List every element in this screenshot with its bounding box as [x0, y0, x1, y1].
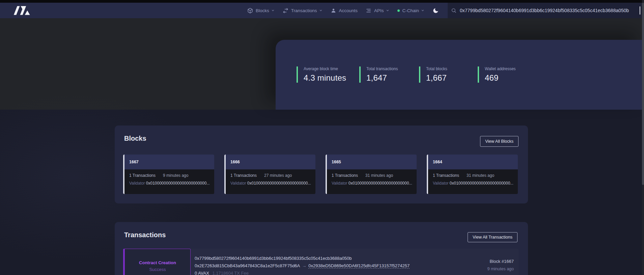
block-cards-row: 1667 1 Transactions 9 minutes ago Valida… — [123, 155, 518, 194]
nav-label-transactions: Transactions — [291, 8, 317, 13]
nav-menu: Blocks Transactions Accounts APIs C — [247, 3, 439, 18]
arrow-right-icon: → — [300, 263, 308, 268]
transaction-hash-link[interactable]: 0x7799bd580272f9604140b6991d3bb6c19924bf… — [195, 256, 352, 261]
block-card-body: 1 Transactions 27 minutes ago Validator … — [226, 169, 315, 194]
stats-row: Average block time 4.3 minutes Total tra… — [276, 40, 644, 83]
validator-label: Validator — [332, 181, 347, 186]
nav-item-accounts[interactable]: Accounts — [331, 8, 358, 13]
stat-average-block-time: Average block time 4.3 minutes — [297, 66, 349, 83]
chevron-down-icon — [421, 9, 424, 12]
transaction-addresses: 0x2E7263d815CbB43a9647843C8a1e2F5c87F75d… — [195, 263, 431, 268]
transactions-section: Transactions View All Transactions Contr… — [115, 222, 528, 275]
validator-label: Validator — [230, 181, 246, 186]
stat-value: 4.3 minutes — [304, 73, 349, 83]
stat-label: Total blocks — [426, 66, 468, 71]
top-edge-strip — [0, 0, 644, 3]
stat-label: Average block time — [304, 66, 349, 71]
scrollbar-track[interactable] — [642, 0, 644, 275]
chevron-down-icon — [271, 9, 275, 12]
chevron-down-icon — [319, 9, 323, 12]
block-age: 9 minutes ago — [163, 173, 188, 178]
stat-total-blocks: Total blocks 1,667 — [419, 66, 468, 83]
block-age: 31 minutes ago — [467, 173, 494, 178]
avalanche-logo[interactable] — [12, 5, 33, 16]
nav-label-apis: APIs — [374, 8, 384, 13]
transaction-fee: 1.1718604 TX Fee — [213, 271, 249, 275]
nav-item-apis[interactable]: APIs — [366, 8, 389, 13]
block-card[interactable]: 1666 1 Transactions 27 minutes ago Valid… — [224, 155, 315, 194]
block-number[interactable]: 1666 — [230, 160, 240, 164]
validator-address[interactable]: 0x0100000000000000000000000... — [450, 181, 513, 186]
transaction-block-link[interactable]: Block #1667 — [489, 259, 514, 264]
nav-label-accounts: Accounts — [339, 8, 358, 13]
nav-item-transactions[interactable]: Transactions — [283, 8, 323, 13]
block-age: 27 minutes ago — [264, 173, 292, 178]
block-age: 31 minutes ago — [365, 173, 393, 178]
scrollbar-thumb[interactable] — [642, 3, 644, 185]
block-card[interactable]: 1664 1 Transactions 31 minutes ago Valid… — [427, 155, 518, 194]
moon-icon — [432, 7, 439, 14]
search-input[interactable] — [460, 3, 644, 18]
transaction-type: Contract Creation — [125, 260, 190, 265]
block-card-header: 1666 — [226, 155, 315, 169]
block-tx-count: 1 Transactions — [230, 173, 257, 178]
transaction-value-line: 0 AVAX 1.1718604 TX Fee — [195, 271, 249, 275]
validator-address[interactable]: 0x0100000000000000000000000... — [247, 181, 311, 186]
block-tx-count: 1 Transactions — [129, 173, 156, 178]
stat-total-transactions: Total transactions 1,647 — [359, 66, 409, 83]
nav-label-c-chain: C-Chain — [402, 8, 419, 13]
view-all-blocks-button[interactable]: View All Blocks — [480, 136, 519, 147]
block-card-body: 1 Transactions 9 minutes ago Validator 0… — [124, 169, 214, 194]
transactions-section-title: Transactions — [124, 231, 166, 239]
block-tx-count: 1 Transactions — [433, 173, 459, 178]
to-address-link[interactable]: 0x2938eD5D869e50DA6f125dfc45F13157f52742… — [308, 263, 410, 269]
transaction-row: Contract Creation Success 0x7799bd580272… — [123, 249, 519, 275]
search-box — [448, 3, 644, 18]
stats-panel: Average block time 4.3 minutes Total tra… — [276, 40, 644, 110]
theme-toggle-button[interactable] — [432, 7, 439, 14]
stat-value: 1,667 — [426, 73, 468, 83]
blocks-section-title: Blocks — [124, 135, 146, 142]
block-card-header: 1664 — [428, 155, 518, 169]
block-tx-count: 1 Transactions — [332, 173, 358, 178]
cube-icon — [247, 8, 253, 13]
validator-label: Validator — [433, 181, 448, 186]
avalanche-logo-icon — [12, 5, 33, 16]
transaction-status-box[interactable]: Contract Creation Success — [123, 249, 191, 275]
block-card[interactable]: 1667 1 Transactions 9 minutes ago Valida… — [123, 155, 214, 194]
person-icon — [331, 8, 336, 13]
block-card[interactable]: 1665 1 Transactions 31 minutes ago Valid… — [326, 155, 417, 194]
chevron-down-icon — [386, 9, 389, 12]
blocks-section: Blocks View All Blocks 1667 1 Transactio… — [115, 126, 528, 203]
block-number[interactable]: 1667 — [129, 160, 139, 164]
validator-label: Validator — [129, 181, 145, 186]
chain-status-dot-icon — [397, 9, 400, 12]
block-card-header: 1665 — [327, 155, 417, 169]
stat-label: Total transactions — [366, 66, 409, 71]
stat-value: 469 — [485, 73, 516, 83]
transaction-age: 9 minutes ago — [487, 267, 514, 271]
stat-wallet-addresses: Wallet addresses 469 — [478, 66, 516, 83]
from-address-link[interactable]: 0x2E7263d815CbB43a9647843C8a1e2F5c87F75d… — [195, 263, 300, 268]
validator-address[interactable]: 0x0100000000000000000000000... — [146, 181, 209, 186]
lines-icon — [366, 8, 371, 13]
nav-item-blocks[interactable]: Blocks — [247, 8, 275, 13]
transaction-status-badge: Success — [125, 267, 190, 272]
navbar: Blocks Transactions Accounts APIs C — [0, 3, 644, 18]
transaction-value: 0 AVAX — [195, 271, 209, 275]
block-number[interactable]: 1665 — [332, 160, 341, 164]
nav-item-chain-selector[interactable]: C-Chain — [397, 8, 425, 13]
block-card-body: 1 Transactions 31 minutes ago Validator … — [327, 169, 417, 194]
search-icon — [451, 8, 456, 13]
block-card-body: 1 Transactions 31 minutes ago Validator … — [428, 169, 518, 194]
stat-value: 1,647 — [366, 73, 409, 83]
text-caret — [640, 6, 640, 15]
nav-label-blocks: Blocks — [256, 8, 269, 13]
block-card-header: 1667 — [124, 155, 214, 169]
swap-arrows-icon — [283, 8, 288, 13]
validator-address[interactable]: 0x0100000000000000000000000... — [348, 181, 412, 186]
view-all-transactions-button[interactable]: View All Transactions — [468, 232, 517, 242]
hero-section: Average block time 4.3 minutes Total tra… — [0, 18, 644, 110]
stat-label: Wallet addresses — [485, 66, 516, 71]
block-number[interactable]: 1664 — [433, 160, 442, 164]
